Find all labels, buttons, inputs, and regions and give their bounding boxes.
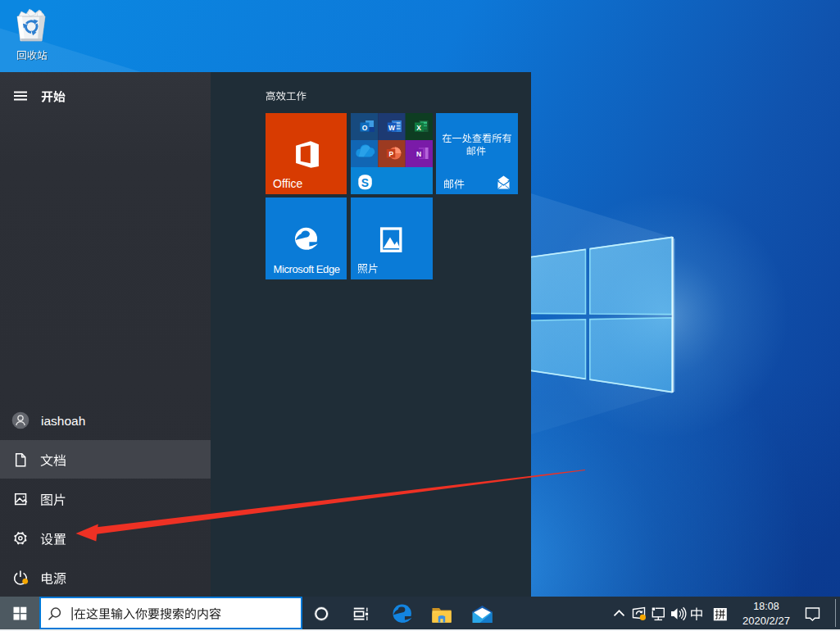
svg-text:18:08: 18:08	[753, 601, 779, 612]
svg-text:2020/2/27: 2020/2/27	[742, 615, 790, 627]
